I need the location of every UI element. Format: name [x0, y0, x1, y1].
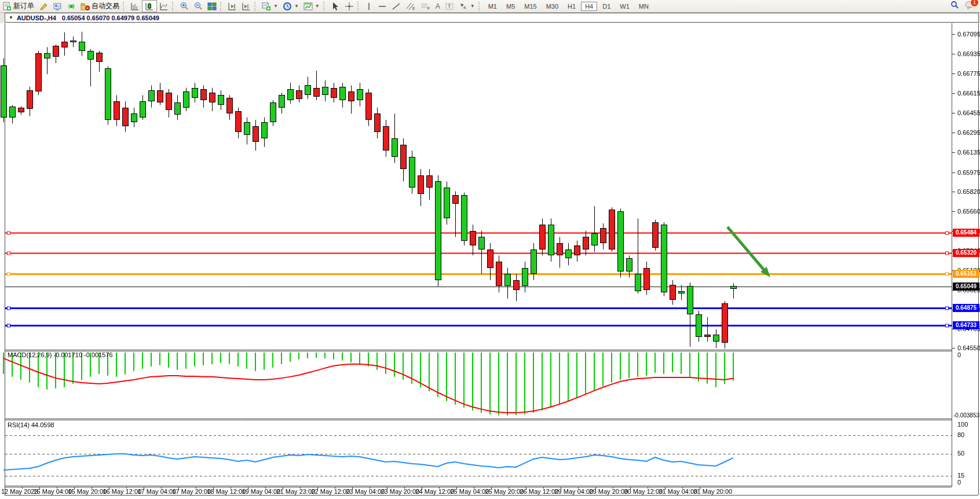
toolbar-separator [323, 2, 327, 11]
equidistant-channel-tool-button[interactable]: E [403, 1, 418, 12]
candlestick-mode-button[interactable] [142, 0, 157, 12]
timeframe-m30-button[interactable]: M30 [542, 2, 562, 11]
periods-button[interactable]: ▼ [280, 1, 301, 12]
cursor-icon [331, 2, 340, 11]
crayon-icon [39, 2, 48, 11]
chevron-down-icon[interactable]: ▼ [315, 3, 320, 9]
chart-quotes: 0.65054 0.65070 0.64979 0.65049 [62, 14, 159, 21]
main-chart-canvas[interactable] [0, 23, 980, 499]
horizontal-line-tool-button[interactable] [375, 1, 389, 12]
publisher-icon [53, 2, 62, 11]
notifications-button[interactable]: 1 [965, 1, 975, 12]
vertical-line-icon [365, 2, 373, 11]
price-line-label[interactable]: 0.64875 [953, 304, 979, 312]
timeframe-m5-button[interactable]: M5 [502, 2, 519, 11]
new-chart-icon [262, 2, 271, 11]
price-line-label[interactable]: 0.64733 [953, 321, 979, 329]
chart-titlebar[interactable]: ▼ AUDUSD-,H4 0.65054 0.65070 0.64979 0.6… [5, 13, 979, 23]
trendline-icon [392, 2, 401, 11]
svg-text:E: E [412, 6, 415, 10]
crosshair-icon [345, 2, 354, 11]
auto-scroll-button[interactable] [225, 1, 239, 12]
toolbar-separator [478, 2, 482, 11]
indicators-button[interactable]: ▼ [301, 1, 322, 12]
candlestick-icon [145, 2, 154, 11]
trendline-tool-button[interactable] [389, 1, 403, 12]
timeframe-m15-button[interactable]: M15 [520, 2, 540, 11]
crayon-button[interactable] [36, 1, 50, 12]
auto-trading-icon [81, 2, 90, 11]
horizontal-line-icon [378, 2, 387, 11]
new-order-icon [2, 2, 12, 11]
line-chart-icon [159, 2, 169, 11]
fibonacci-tool-button[interactable]: F [418, 1, 433, 12]
timeframe-d1-button[interactable]: D1 [598, 2, 615, 11]
publisher-button[interactable] [50, 1, 64, 12]
timeframe-w1-button[interactable]: W1 [616, 2, 634, 11]
new-order-button[interactable]: 新订单 [0, 1, 36, 12]
chevron-down-icon[interactable]: ▼ [294, 3, 299, 9]
price-line-label[interactable]: 0.65320 [953, 249, 979, 257]
toolbar-separator [357, 2, 361, 11]
zoom-out-icon [193, 2, 203, 11]
clock-icon [283, 2, 292, 11]
tile-windows-icon [207, 2, 217, 11]
chart-symbol-period: AUDUSD-,H4 [17, 14, 56, 21]
svg-text:F: F [427, 6, 430, 10]
chevron-down-icon[interactable]: ▼ [9, 15, 13, 20]
text-label-icon: T [445, 2, 454, 11]
text-icon: A [436, 2, 440, 10]
chart-shift-button[interactable] [239, 1, 253, 12]
toolbar-separator [172, 2, 176, 11]
price-line-label[interactable]: 0.65484 [953, 229, 979, 237]
toolbar-separator [220, 2, 224, 11]
main-toolbar: 新订单 自动交易 [0, 0, 980, 13]
text-label-tool-button[interactable]: T [443, 1, 456, 12]
rsi-pane-label: RSI(14) 44.0598 [8, 421, 54, 428]
tile-windows-button[interactable] [205, 1, 219, 12]
timeframe-h1-button[interactable]: H1 [564, 2, 580, 11]
equidistant-channel-icon: E [405, 2, 416, 11]
macd-pane-label: MACD(12,26,9) -0.001710 -0.001576 [8, 351, 113, 358]
price-line-label[interactable]: 0.65151 [953, 270, 979, 278]
indicators-icon [303, 2, 313, 11]
current-price-label[interactable]: 0.65049 [953, 282, 979, 291]
new-chart-button[interactable]: ▼ [259, 1, 280, 12]
bar-chart-icon [130, 2, 140, 11]
fibonacci-icon: F [420, 2, 431, 11]
chevron-down-icon[interactable]: ▼ [273, 3, 278, 9]
auto-trading-button[interactable]: 自动交易 [78, 1, 122, 12]
timeframe-mn-button[interactable]: MN [635, 2, 653, 11]
svg-text:T: T [448, 3, 451, 9]
zoom-out-button[interactable] [191, 1, 205, 12]
zoom-in-icon [180, 2, 189, 11]
line-chart-mode-button[interactable] [157, 1, 171, 12]
signals-button[interactable] [64, 1, 78, 12]
timeframe-h4-button[interactable]: H4 [581, 2, 597, 11]
timeframe-m1-button[interactable]: M1 [484, 2, 501, 11]
chevron-down-icon[interactable]: ▼ [470, 3, 475, 9]
toolbar-separator [123, 2, 127, 11]
bar-chart-mode-button[interactable] [128, 1, 142, 12]
crosshair-tool-button[interactable] [342, 1, 356, 12]
chart-shift-icon [242, 2, 251, 11]
new-order-label: 新订单 [13, 1, 34, 11]
text-tool-button[interactable]: A [433, 1, 443, 12]
auto-trading-label: 自动交易 [92, 1, 119, 11]
arrows-icon [459, 2, 468, 11]
signals-icon [67, 2, 76, 11]
vertical-line-tool-button[interactable] [363, 1, 375, 12]
cursor-tool-button[interactable] [328, 1, 342, 12]
auto-scroll-icon [228, 2, 237, 11]
toolbar-separator [254, 2, 258, 11]
search-icon[interactable] [950, 1, 959, 12]
arrows-tool-button[interactable]: ▼ [456, 1, 477, 12]
notification-badge: 1 [970, 0, 979, 7]
zoom-in-button[interactable] [177, 1, 191, 12]
